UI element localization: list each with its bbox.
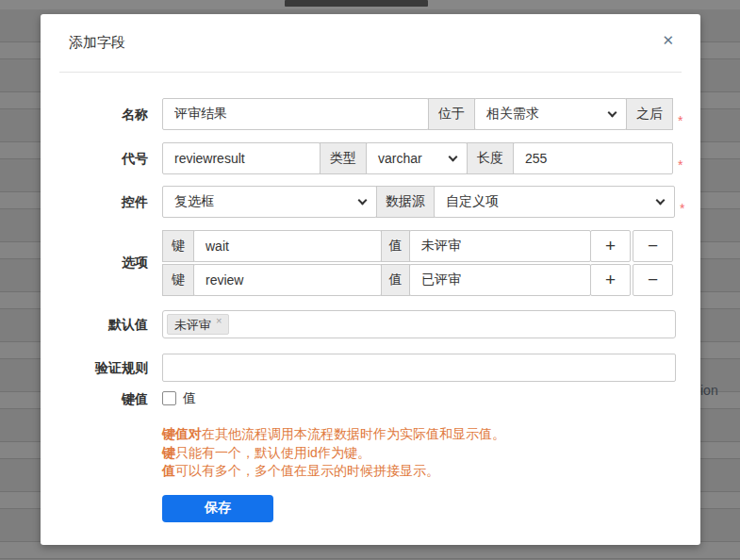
length-input[interactable] [513,142,673,174]
datasource-addon-label: 数据源 [376,186,435,218]
required-asterisk: * [680,201,684,216]
keyvalue-label: 键值 [41,389,148,408]
help-rest: 在其他流程调用本流程数据时作为实际值和显示值。 [202,426,505,441]
add-option-button[interactable]: + [590,230,631,262]
keyvalue-checkbox-label: 值 [183,390,196,407]
default-value-label: 默认值 [41,310,148,338]
help-rest: 只能有一个，默认使用id作为键。 [175,445,370,460]
name-row: 名称 位于 相关需求 之后 * [41,98,680,130]
keyvalue-row: 键值 值 [41,390,680,406]
code-row: 代号 类型 varchar 长度 * [41,142,680,174]
help-line: 键只能有一个，默认使用id作为键。 [162,444,680,463]
help-bold: 键 [162,445,175,460]
datasource-select[interactable]: 自定义项 [434,186,675,218]
type-addon-label: 类型 [320,142,367,174]
control-row: 控件 复选框 数据源 自定义项 * [41,186,680,218]
datasource-select-value: 自定义项 [446,193,499,210]
type-select[interactable]: varchar [366,142,468,174]
option-value-input[interactable] [409,264,591,296]
required-asterisk: * [678,157,682,173]
key-addon-label: 键 [162,264,194,296]
options-row: 选项 键 值 + − 键 值 + [41,230,680,296]
chevron-down-icon [656,195,666,205]
default-value-tag: 未评审 × [167,314,229,335]
validation-row: 验证规则 [41,354,680,382]
value-addon-label: 值 [381,230,410,262]
remove-option-button[interactable]: − [633,264,673,296]
type-select-value: varchar [378,151,422,166]
after-addon-label: 之后 [626,98,673,130]
default-value-row: 默认值 未评审 × [41,310,680,338]
option-line: 键 值 + − [162,230,676,262]
chevron-down-icon [608,107,617,117]
help-line: 键值对在其他流程调用本流程数据时作为实际值和显示值。 [162,425,680,444]
position-select-value: 相关需求 [486,106,539,123]
control-label: 控件 [41,186,148,218]
remove-option-button[interactable]: − [633,230,673,262]
tag-label: 未评审 [174,315,211,335]
help-rest: 可以有多个，多个值在显示的时候拼接显示。 [175,463,439,478]
length-addon-label: 长度 [467,142,514,174]
add-option-button[interactable]: + [590,264,631,296]
options-label: 选项 [41,255,148,272]
help-bold: 值 [162,463,175,478]
control-select-value: 复选框 [174,193,214,210]
chevron-down-icon [449,152,458,161]
control-select[interactable]: 复选框 [162,186,377,218]
name-input[interactable] [162,98,429,130]
save-button[interactable]: 保存 [162,495,273,522]
code-input[interactable] [162,142,321,174]
position-addon-label: 位于 [428,98,475,130]
value-addon-label: 值 [381,264,410,296]
help-text: 键值对在其他流程调用本流程数据时作为实际值和显示值。 键只能有一个，默认使用id… [162,425,680,481]
add-field-modal: 添加字段 ✕ 名称 位于 相关需求 之后 * 代号 类型 [41,14,700,545]
screen: sion 添加字段 ✕ 名称 位于 相关需求 之后 * 代号 [0,0,740,560]
code-label: 代号 [41,142,148,174]
modal-title: 添加字段 [69,34,125,52]
help-bold: 键值对 [162,426,202,441]
option-key-input[interactable] [193,230,382,262]
validation-label: 验证规则 [41,354,148,382]
option-line: 键 值 + − [162,264,676,296]
name-label: 名称 [41,98,148,130]
option-value-input[interactable] [409,230,591,262]
default-value-box[interactable]: 未评审 × [162,310,676,338]
options-list: 键 值 + − 键 值 + − [162,230,676,296]
position-select[interactable]: 相关需求 [474,98,627,130]
required-asterisk: * [678,113,682,128]
tag-remove-icon[interactable]: × [216,315,222,327]
close-icon[interactable]: ✕ [662,33,674,47]
keyvalue-checkbox[interactable] [162,391,176,405]
option-key-input[interactable] [193,264,382,296]
modal-header: 添加字段 ✕ [59,14,682,73]
modal-body: 名称 位于 相关需求 之后 * 代号 类型 varchar 长度 [41,73,700,522]
validation-input[interactable] [162,354,676,382]
help-line: 值可以有多个，多个值在显示的时候拼接显示。 [162,462,680,481]
key-addon-label: 键 [162,230,194,262]
chevron-down-icon [358,195,368,205]
